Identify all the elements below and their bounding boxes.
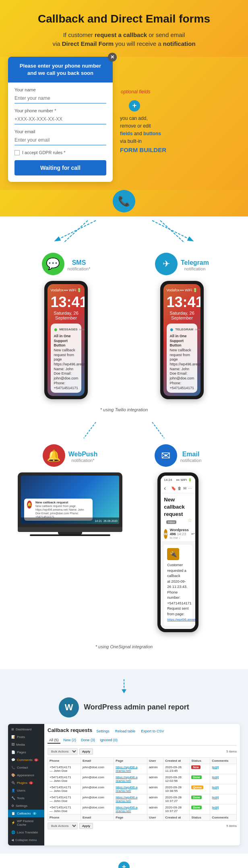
collapse-icon: ◀ (11, 838, 14, 842)
sidebar-item-media[interactable]: 🖼 Media (8, 741, 44, 748)
col-page: Page (114, 757, 147, 764)
email-status-icons: ▪▪▪ WiFi 🔋 (176, 478, 192, 482)
users-icon: 👤 (11, 789, 15, 792)
cell-email-2: john@doe.com (81, 784, 114, 794)
cell-created-3: 2020-09-28 10:37:27 (163, 794, 190, 804)
laptop-notif-body: New callback request from page https://w… (35, 504, 90, 519)
table-row: +54714514171 — John Doe john@doe.com htt… (48, 774, 237, 784)
tools-icon: 🔧 (11, 796, 15, 800)
email-sender-info: Wordpress 496 14:23 to me ↓ (170, 528, 189, 540)
email-star[interactable]: ☆ (188, 518, 192, 523)
wp-footer-bulk-row: Bulk Actions Apply 5 items (48, 823, 237, 829)
sidebar-item-callbacks[interactable]: 📋 Callbacks 8 (8, 810, 44, 817)
wp-apply-button[interactable]: Apply (79, 748, 93, 755)
email-reply-icon[interactable]: ↩ (191, 532, 194, 536)
sidebar-item-tools[interactable]: 🔧 Tools (8, 794, 44, 802)
sidebar-item-plugins[interactable]: 🔌 Plugins 1 (8, 779, 44, 787)
email-back-icon[interactable]: ‹ (164, 485, 166, 491)
wp-table-header: Callback requests Settings Reload table … (48, 727, 237, 736)
sidebar-item-pages[interactable]: 📄 Pages (8, 748, 44, 756)
page-link-2[interactable]: https://wp496.a reama.net/ (116, 786, 137, 793)
email-nav-trash[interactable]: 🗑 (178, 486, 182, 491)
email-subject-text: New callback request (164, 497, 184, 517)
submit-button[interactable]: Waiting for call (14, 160, 106, 175)
wp-export-tab[interactable]: Export to CSV (139, 728, 165, 734)
contact-icon: 📞 (11, 766, 15, 769)
sidebar-item-settings[interactable]: ⚙ Settings (8, 802, 44, 810)
sidebar-item-contact[interactable]: 📞 Contact (8, 764, 44, 771)
dashboard-icon: ⊞ (11, 728, 14, 731)
wp-tab-ignored[interactable]: Ignored (0) (98, 737, 119, 744)
notifications-section: 💬 SMS notification* Vodafox ▪▪▪ WiFi 🔋 1… (0, 249, 248, 669)
sidebar-item-loco[interactable]: 🌐 Loco Translate (8, 829, 44, 836)
edit-link-0[interactable]: [edit] (212, 765, 219, 769)
telegram-notif-title: All in One Support Button (170, 334, 187, 347)
email-body-link[interactable]: https://wp496.areama.net/ (167, 618, 195, 621)
name-input[interactable] (14, 93, 106, 103)
wp-reload-tab[interactable]: Reload table (114, 728, 137, 734)
telegram-notif-header: ● TELEGRAM now (170, 326, 194, 333)
email-sender-to: to me ↓ (170, 536, 189, 540)
sidebar-item-dashboard[interactable]: ⊞ Dashboard (8, 726, 44, 733)
twilio-note: * using Twilio integration (8, 407, 240, 412)
page-link-4[interactable]: https://wp496.a reama.net/ (116, 806, 137, 813)
edit-link-2[interactable]: [edit] (212, 786, 219, 789)
webpush-icon: 🔔 (43, 444, 65, 467)
phone-label: Your phone number * (14, 108, 106, 113)
pages-icon: 📄 (11, 750, 15, 754)
sidebar-item-posts[interactable]: 📝 Posts (8, 733, 44, 741)
wp-bulk-actions-select[interactable]: Bulk Actions (48, 748, 78, 755)
footer-col-status: Status (190, 814, 210, 821)
telegram-phone-time: 13:41 (167, 294, 198, 311)
gdpr-checkbox[interactable] (14, 150, 20, 155)
sms-notif-title: All in One Support Button (54, 334, 71, 347)
email-nav-mail[interactable]: ✉ (183, 486, 186, 491)
edit-link-4[interactable]: [edit] (212, 806, 219, 809)
wp-tab-done[interactable]: Done (3) (79, 737, 97, 744)
phone-circle-area: 📞 (0, 190, 248, 216)
callbacks-icon: 📋 (11, 812, 15, 815)
cell-action-1: [edit] (210, 774, 237, 784)
webpush-email-row: 🔔 WebPush notification* 🔔 New callback r (8, 440, 240, 640)
laptop-notif-content: 🔔 New callback request New callback requ… (27, 501, 90, 519)
email-nav-more[interactable]: ⋯ (188, 486, 192, 491)
wp-settings-tab[interactable]: Settings (95, 728, 111, 734)
sms-notif-header: ● MESSAGES now (54, 326, 79, 333)
name-label: Your name (14, 87, 106, 92)
form-close-button[interactable]: ✕ (108, 53, 117, 62)
email-nav-bookmark[interactable]: 🔖 (171, 486, 176, 491)
loco-icon: 🌐 (11, 831, 15, 834)
sidebar-item-cache[interactable]: ⚡ WP Fastest Cache (8, 817, 44, 829)
telegram-notif-time: now (195, 328, 200, 331)
sidebar-item-appearance[interactable]: 🎨 Appearance (8, 771, 44, 779)
sms-phone-mockup: Vodafox ▪▪▪ WiFi 🔋 13:41 Saturday, 26 Se… (44, 281, 88, 399)
table-row: +54714514171 — John Doe john@doe.com htt… (48, 804, 237, 814)
email-body-line1: Customer requested a callback (167, 563, 188, 579)
cell-user-1: admin (147, 774, 163, 784)
wp-footer-bulk-select[interactable]: Bulk Actions (48, 823, 78, 829)
cell-user-3: admin (147, 794, 163, 804)
page-link-0[interactable]: https://wp496.a reama.net/ (116, 765, 137, 773)
page-link-1[interactable]: https://wp496.a reama.net/ (116, 775, 137, 783)
wp-tab-all[interactable]: All (5) (48, 737, 60, 744)
svg-line-4 (84, 422, 96, 438)
sms-notif-text: New callback request from page https://w… (54, 348, 85, 390)
wp-footer-apply-button[interactable]: Apply (79, 823, 93, 829)
sidebar-item-users[interactable]: 👤 Users (8, 787, 44, 794)
page-link-3[interactable]: https://wp496.a reama.net/ (116, 796, 137, 803)
cell-action-2: [edit] (210, 784, 237, 794)
email-input[interactable] (14, 135, 106, 145)
cell-status-1: Done (190, 774, 210, 784)
status-badge-3: Done (191, 796, 202, 799)
posts-icon: 📝 (11, 735, 15, 739)
edit-link-3[interactable]: [edit] (212, 796, 219, 799)
sidebar-item-collapse[interactable]: ◀ Collapse menu (8, 836, 44, 844)
email-phone-mockup: 14:24 ▪▪▪ WiFi 🔋 ‹ 🔖 🗑 ✉ ⋯ New call (157, 472, 198, 632)
edit-link-1[interactable]: [edit] (212, 775, 219, 779)
telegram-phone-notification: ● TELEGRAM now All in One Support Button… (167, 324, 198, 393)
email-notification-item: ✉ Email notification 14:24 ▪▪▪ WiFi 🔋 ‹ (129, 444, 226, 632)
wp-tab-new[interactable]: New (2) (62, 737, 78, 744)
sidebar-item-comments[interactable]: 💬 Comments 1 (8, 756, 44, 764)
phone-input[interactable] (14, 114, 106, 124)
page-title: Callback and Direct Email forms (8, 12, 240, 26)
